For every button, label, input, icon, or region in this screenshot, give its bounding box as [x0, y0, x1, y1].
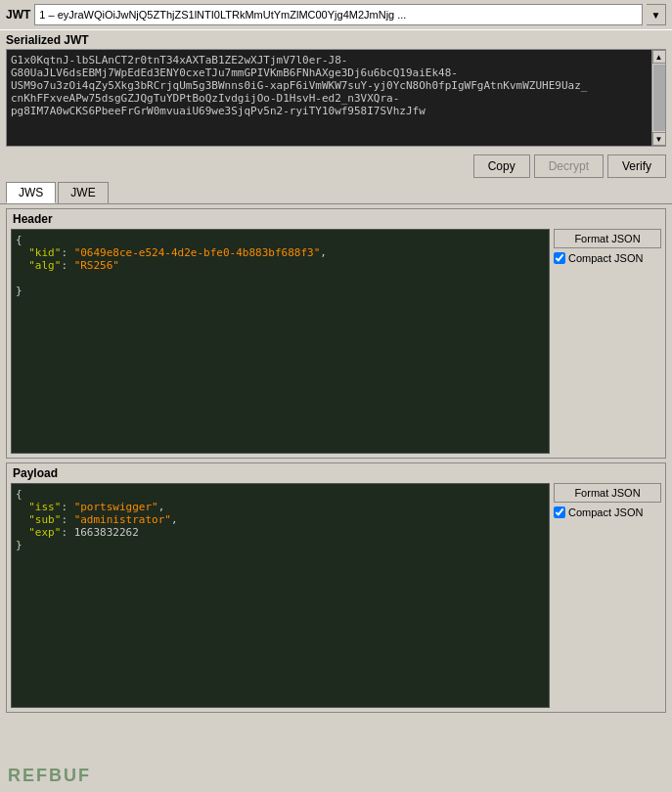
header-panel: Header { "kid": "0649e8ce-e524-4d2e-bfe0…: [6, 208, 666, 459]
payload-json-editor[interactable]: { "iss": "portswigger", "sub": "administ…: [11, 483, 550, 708]
header-format-json-button[interactable]: Format JSON: [554, 229, 661, 248]
scroll-down-arrow[interactable]: ▼: [652, 132, 666, 146]
serialized-scrollbar[interactable]: ▲ ▼: [651, 50, 665, 146]
payload-panel-content: { "iss": "portswigger", "sub": "administ…: [7, 483, 665, 712]
payload-compact-row: Compact JSON: [554, 506, 661, 518]
payload-panel-title: Payload: [7, 463, 665, 483]
header-panel-title: Header: [7, 209, 665, 229]
decrypt-button[interactable]: Decrypt: [534, 154, 604, 178]
payload-compact-json-label: Compact JSON: [568, 506, 643, 518]
scroll-thumb[interactable]: [653, 65, 665, 131]
jwt-label: JWT: [6, 8, 30, 22]
header-compact-json-label: Compact JSON: [568, 252, 643, 264]
header-panel-content: { "kid": "0649e8ce-e524-4d2e-bfe0-4b883b…: [7, 229, 665, 458]
verify-button[interactable]: Verify: [607, 154, 666, 178]
payload-panel: Payload { "iss": "portswigger", "sub": "…: [6, 462, 666, 713]
header-compact-row: Compact JSON: [554, 252, 661, 264]
header-controls: Format JSON Compact JSON: [554, 229, 661, 454]
jwt-dropdown-button[interactable]: ▼: [647, 4, 666, 25]
action-buttons-row: Copy Decrypt Verify: [0, 151, 672, 182]
serialized-jwt-textarea[interactable]: G1x0KqtnJ-lbSLAnCT2r0tnT34xAXTaB1ZE2wXJT…: [7, 50, 651, 146]
watermark: REFBUF: [8, 766, 91, 786]
copy-button[interactable]: Copy: [473, 154, 530, 178]
tabs-row: JWS JWE: [0, 182, 672, 204]
tab-jws[interactable]: JWS: [6, 182, 56, 203]
payload-compact-json-checkbox[interactable]: [554, 506, 565, 518]
jwt-row: JWT 1 – eyJraWQiOiJwNjQ5ZThjZS1lNTI0LTRk…: [0, 0, 672, 29]
header-json-editor[interactable]: { "kid": "0649e8ce-e524-4d2e-bfe0-4b883b…: [11, 229, 550, 454]
serialized-jwt-label: Serialized JWT: [0, 29, 672, 49]
serialized-jwt-container: G1x0KqtnJ-lbSLAnCT2r0tnT34xAXTaB1ZE2wXJT…: [6, 49, 666, 147]
payload-format-json-button[interactable]: Format JSON: [554, 483, 661, 503]
tab-jwe[interactable]: JWE: [58, 182, 108, 203]
jwt-select[interactable]: 1 – eyJraWQiOiJwNjQ5ZThjZS1lNTI0LTRkMmUt…: [34, 4, 643, 25]
scroll-up-arrow[interactable]: ▲: [652, 50, 666, 64]
header-compact-json-checkbox[interactable]: [554, 252, 565, 264]
payload-controls: Format JSON Compact JSON: [554, 483, 661, 708]
